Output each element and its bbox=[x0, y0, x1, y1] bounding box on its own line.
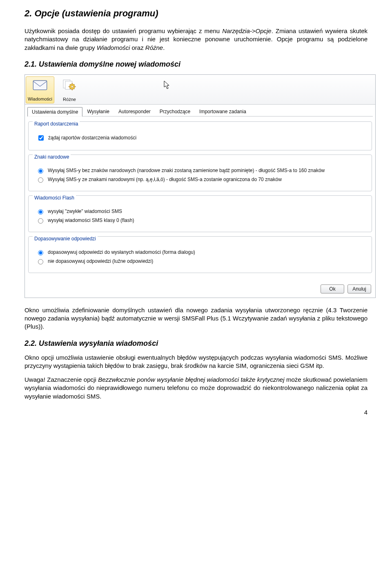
fieldset-flash-title: Wiadomości Flash bbox=[33, 195, 76, 201]
toolbar-tab-rozne-label: Różne bbox=[63, 97, 76, 102]
radio-zwykle-row[interactable]: wysyłaj "zwykłe" wiadomości SMS bbox=[33, 208, 367, 215]
radio-nie-dopasowuj[interactable] bbox=[38, 259, 43, 264]
intro-emph-3: Różne bbox=[145, 44, 163, 51]
radio-bez-znakow[interactable] bbox=[38, 168, 43, 174]
tab-ustawienia-domyslne[interactable]: Ustawienia domyślne bbox=[27, 107, 82, 116]
heading-21: 2.1. Ustawienia domyślne nowej wiadomośc… bbox=[24, 60, 368, 69]
radio-nie-dopasowuj-label: nie dopasowywuj odpowiedzi (luźne odpowi… bbox=[48, 258, 153, 264]
radio-klasa0[interactable] bbox=[38, 218, 43, 224]
radio-dopasowuj[interactable] bbox=[38, 250, 43, 255]
toolbar-tab-wiadomosci[interactable]: Wiadomości bbox=[26, 76, 54, 103]
check-zadaj-raportow[interactable] bbox=[38, 135, 44, 141]
fieldset-znaki-title: Znaki narodowe bbox=[33, 154, 71, 160]
fieldset-flash: Wiadomości Flash wysyłaj "zwykłe" wiadom… bbox=[28, 195, 372, 232]
radio-ze-znakami[interactable] bbox=[38, 177, 43, 183]
fieldset-raport-title: Raport dostarczenia bbox=[33, 121, 80, 127]
radio-dopasowuj-label: dopasowywuj odpowiedzi do wysłanych wiad… bbox=[48, 249, 195, 255]
radio-zwykle-label: wysyłaj "zwykłe" wiadomości SMS bbox=[48, 208, 122, 214]
tab-importowane-zadania[interactable]: Importowane zadania bbox=[195, 107, 251, 116]
radio-klasa0-label: wysyłaj wiadomości SMS klasy 0 (flash) bbox=[48, 217, 134, 223]
para-22: Okno opcji umożliwia ustawienie obsługi … bbox=[24, 354, 368, 370]
svg-line-10 bbox=[74, 88, 75, 89]
radio-bez-znakow-row[interactable]: Wysyłaj SMS-y bez znaków narodowych (nar… bbox=[33, 167, 367, 174]
uwaga-ital: Bezzwłocznie ponów wysyłanie błędnej wia… bbox=[98, 376, 284, 383]
heading-22: 2.2. Ustawienia wysyłania wiadomości bbox=[24, 339, 368, 348]
radio-dopasowuj-row[interactable]: dopasowywuj odpowiedzi do wysłanych wiad… bbox=[33, 249, 367, 255]
para-uwaga: Uwaga! Zaznaczenie opcji Bezzwłocznie po… bbox=[24, 376, 368, 401]
check-zadaj-raportow-row[interactable]: żądaj raportów dostarczenia wiadomości bbox=[33, 134, 367, 142]
intro-text-1: Użytkownik posiada dostęp do ustawień pr… bbox=[24, 27, 222, 34]
cancel-button[interactable]: Anuluj bbox=[347, 284, 371, 293]
svg-line-12 bbox=[74, 84, 75, 85]
window-buttons: Ok Anuluj bbox=[321, 284, 371, 293]
intro-paragraph: Użytkownik posiada dostęp do ustawień pr… bbox=[24, 27, 368, 52]
fieldset-dopasowywanie-title: Dopasowywanie odpowiedzi bbox=[33, 236, 98, 242]
tab-autoresponder[interactable]: Autoresponder bbox=[114, 107, 155, 116]
radio-ze-znakami-label: Wysyłaj SMS-y ze znakami narodowymi (np.… bbox=[48, 177, 282, 182]
intro-emph-1: Narzędzia->Opcje bbox=[222, 27, 271, 34]
envelope-icon bbox=[32, 78, 48, 94]
intro-text-4: . bbox=[163, 44, 165, 51]
check-zadaj-raportow-label: żądaj raportów dostarczenia wiadomości bbox=[48, 135, 136, 141]
radio-ze-znakami-row[interactable]: Wysyłaj SMS-y ze znakami narodowymi (np.… bbox=[33, 176, 367, 183]
uwaga-pre: Uwaga! Zaznaczenie opcji bbox=[24, 376, 98, 383]
options-window: Wiadomości Różne bbox=[24, 74, 376, 298]
panel-ustawienia-domyslne: Raport dostarczenia żądaj raportów dosta… bbox=[25, 116, 375, 298]
svg-point-13 bbox=[71, 85, 73, 87]
cursor-icon bbox=[164, 81, 170, 90]
tab-przychodzace[interactable]: Przychodzące bbox=[155, 107, 195, 116]
radio-zwykle[interactable] bbox=[38, 209, 43, 215]
radio-nie-dopasowuj-row[interactable]: nie dopasowywuj odpowiedzi (luźne odpowi… bbox=[33, 258, 367, 264]
tabs-row: Ustawienia domyślne Wysyłanie Autorespon… bbox=[25, 105, 375, 116]
svg-rect-0 bbox=[33, 81, 47, 90]
para-after-screenshot: Okno umożliwia zdefiniowanie domyślnych … bbox=[24, 306, 368, 331]
fieldset-znaki: Znaki narodowe Wysyłaj SMS-y bez znaków … bbox=[28, 155, 372, 191]
toolbar-top: Wiadomości Różne bbox=[25, 75, 375, 104]
heading-opcje: 2. Opcje (ustawienia programu) bbox=[24, 8, 368, 19]
toolbar-tab-rozne[interactable]: Różne bbox=[55, 76, 84, 103]
ok-button[interactable]: Ok bbox=[321, 284, 344, 293]
tab-wysylanie[interactable]: Wysyłanie bbox=[82, 107, 114, 116]
fieldset-raport: Raport dostarczenia żądaj raportów dosta… bbox=[28, 121, 372, 150]
fieldset-dopasowywanie: Dopasowywanie odpowiedzi dopasowywuj odp… bbox=[28, 236, 372, 273]
radio-bez-znakow-label: Wysyłaj SMS-y bez znaków narodowych (nar… bbox=[48, 168, 325, 173]
toolbar-tab-wiadomosci-label: Wiadomości bbox=[28, 96, 52, 101]
sheets-gear-icon bbox=[61, 77, 78, 93]
radio-klasa0-row[interactable]: wysyłaj wiadomości SMS klasy 0 (flash) bbox=[33, 217, 367, 224]
intro-emph-2: Wiadomości bbox=[97, 44, 130, 51]
page-number: 4 bbox=[24, 409, 368, 416]
intro-text-3: oraz bbox=[130, 44, 145, 51]
